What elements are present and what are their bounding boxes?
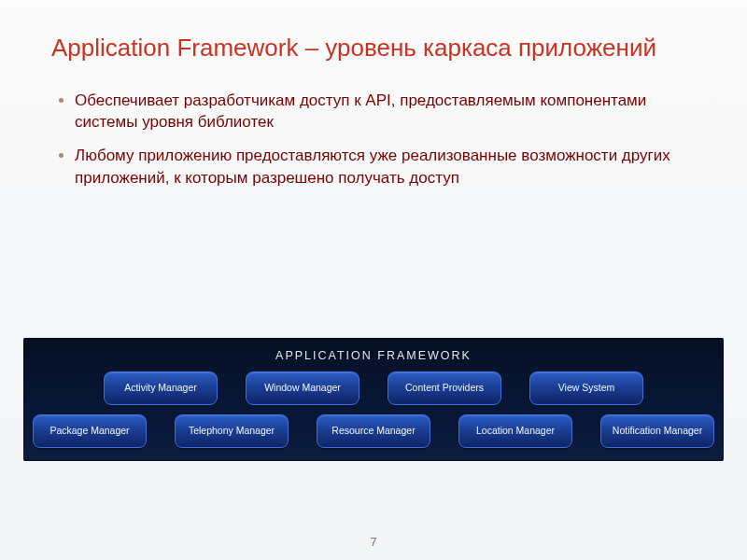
bullet-item: Обеспечивает разработчикам доступ к API,… (75, 90, 696, 134)
bullet-item: Любому приложению предоставляются уже ре… (75, 145, 696, 189)
framework-row: Activity Manager Window Manager Content … (33, 371, 714, 405)
framework-box-view-system: View System (529, 371, 643, 405)
framework-box-telephony-manager: Telephony Manager (175, 414, 289, 448)
framework-row: Package Manager Telephony Manager Resour… (33, 414, 714, 448)
framework-box-location-manager: Location Manager (458, 414, 572, 448)
framework-box-content-providers: Content Providers (388, 371, 501, 405)
slide-title: Application Framework – уровень каркаса … (51, 33, 696, 63)
framework-box-activity-manager: Activity Manager (104, 371, 218, 405)
bullet-list: Обеспечивает разработчикам доступ к API,… (51, 90, 696, 189)
framework-box-package-manager: Package Manager (33, 414, 147, 448)
framework-panel: Application Framework Activity Manager W… (23, 338, 724, 461)
framework-box-window-manager: Window Manager (246, 371, 359, 405)
framework-box-notification-manager: Notification Manager (600, 414, 714, 448)
slide: Application Framework – уровень каркаса … (0, 0, 747, 560)
framework-title: Application Framework (33, 345, 714, 371)
framework-box-resource-manager: Resource Manager (317, 414, 430, 448)
page-number: 7 (0, 535, 747, 549)
